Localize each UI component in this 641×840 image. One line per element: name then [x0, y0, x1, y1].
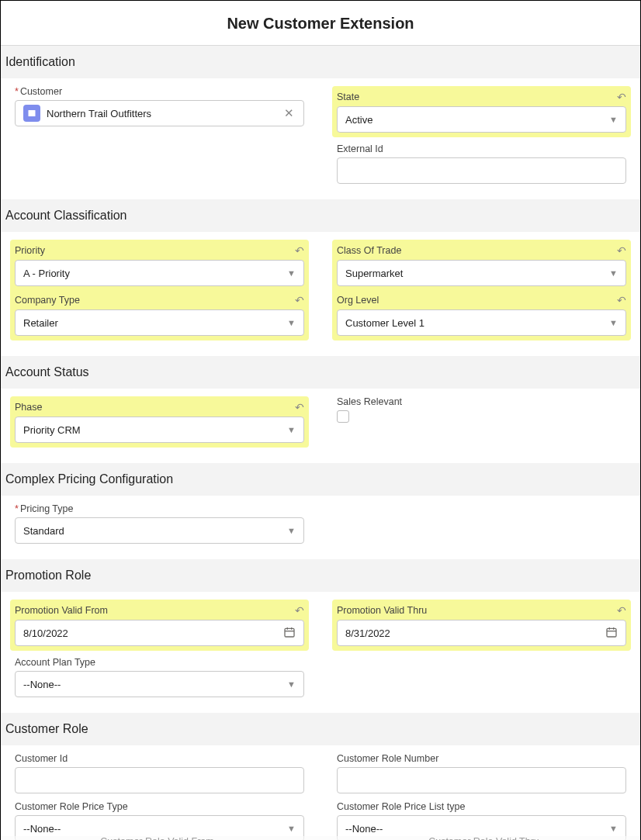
- promo-from-input[interactable]: 8/10/2022: [15, 620, 304, 646]
- cust-role-price-list-type-select[interactable]: --None-- ▼: [337, 815, 626, 840]
- chevron-down-icon: ▼: [287, 679, 296, 689]
- undo-company-type-icon[interactable]: ↶: [295, 294, 304, 306]
- undo-priority-icon[interactable]: ↶: [295, 244, 304, 257]
- customer-lookup[interactable]: Northern Trail Outfitters ✕: [15, 100, 304, 126]
- label-state: State ↶: [337, 91, 626, 103]
- svg-rect-5: [607, 628, 616, 637]
- modal-header: New Customer Extension: [1, 1, 640, 46]
- label-priority: Priority ↶: [15, 244, 304, 257]
- chevron-down-icon: ▼: [609, 318, 618, 327]
- customer-id-input[interactable]: [15, 767, 304, 793]
- label-phase: Phase ↶: [15, 401, 304, 413]
- section-promotion-role: Promotion Role: [1, 559, 640, 592]
- label-customer-id: Customer Id: [15, 753, 304, 764]
- account-plan-type-select[interactable]: --None-- ▼: [15, 671, 304, 697]
- account-icon: [23, 105, 40, 122]
- section-complex-pricing: Complex Pricing Configuration: [1, 463, 640, 496]
- promo-thru-input[interactable]: 8/31/2022: [337, 620, 626, 646]
- page-title: New Customer Extension: [1, 15, 640, 33]
- class-of-trade-select[interactable]: Supermarket ▼: [337, 260, 626, 286]
- section-account-classification: Account Classification: [1, 199, 640, 232]
- svg-rect-1: [285, 628, 294, 637]
- chevron-down-icon: ▼: [609, 824, 618, 833]
- calendar-icon[interactable]: [283, 626, 296, 641]
- company-type-select[interactable]: Retailer ▼: [15, 309, 304, 336]
- label-cust-role-price-list-type: Customer Role Price List type: [337, 801, 626, 812]
- label-customer: *Customer: [15, 86, 304, 97]
- section-customer-role: Customer Role: [1, 713, 640, 745]
- undo-promo-from-icon[interactable]: ↶: [295, 604, 304, 617]
- cust-role-price-type-select[interactable]: --None-- ▼: [15, 815, 304, 840]
- section-identification: Identification: [1, 46, 640, 78]
- undo-promo-thru-icon[interactable]: ↶: [617, 604, 626, 617]
- chevron-down-icon: ▼: [609, 268, 618, 278]
- chevron-down-icon: ▼: [287, 824, 296, 833]
- pricing-type-select[interactable]: Standard ▼: [15, 517, 304, 544]
- clear-customer-icon[interactable]: ✕: [282, 106, 296, 120]
- chevron-down-icon: ▼: [287, 526, 296, 535]
- undo-org-level-icon[interactable]: ↶: [617, 294, 626, 306]
- svg-rect-0: [29, 110, 36, 116]
- customer-role-number-input[interactable]: [337, 767, 626, 793]
- undo-class-of-trade-icon[interactable]: ↶: [617, 244, 626, 257]
- undo-state-icon[interactable]: ↶: [617, 91, 626, 103]
- label-company-type: Company Type ↶: [15, 294, 304, 306]
- external-id-input[interactable]: [337, 157, 626, 184]
- label-pricing-type: *Pricing Type: [15, 503, 304, 514]
- label-promo-from: Promotion Valid From ↶: [15, 604, 304, 617]
- priority-select[interactable]: A - Priority ▼: [15, 260, 304, 286]
- label-promo-thru: Promotion Valid Thru ↶: [337, 604, 626, 617]
- chevron-down-icon: ▼: [287, 318, 296, 327]
- state-select[interactable]: Active ▼: [337, 106, 626, 133]
- chevron-down-icon: ▼: [287, 268, 296, 278]
- label-sales-relevant: Sales Relevant: [337, 396, 626, 407]
- label-customer-role-number: Customer Role Number: [337, 753, 626, 764]
- phase-select[interactable]: Priority CRM ▼: [15, 417, 304, 443]
- undo-phase-icon[interactable]: ↶: [295, 401, 304, 413]
- chevron-down-icon: ▼: [609, 115, 618, 124]
- chevron-down-icon: ▼: [287, 425, 296, 434]
- org-level-select[interactable]: Customer Level 1 ▼: [337, 309, 626, 336]
- label-org-level: Org Level ↶: [337, 294, 626, 306]
- calendar-icon[interactable]: [605, 626, 618, 641]
- sales-relevant-checkbox[interactable]: [337, 410, 349, 423]
- label-class-of-trade: Class Of Trade ↶: [337, 244, 626, 257]
- label-external-id: External Id: [337, 143, 626, 154]
- label-account-plan-type: Account Plan Type: [15, 657, 304, 668]
- section-account-status: Account Status: [1, 356, 640, 389]
- label-cust-role-price-type: Customer Role Price Type: [15, 801, 304, 812]
